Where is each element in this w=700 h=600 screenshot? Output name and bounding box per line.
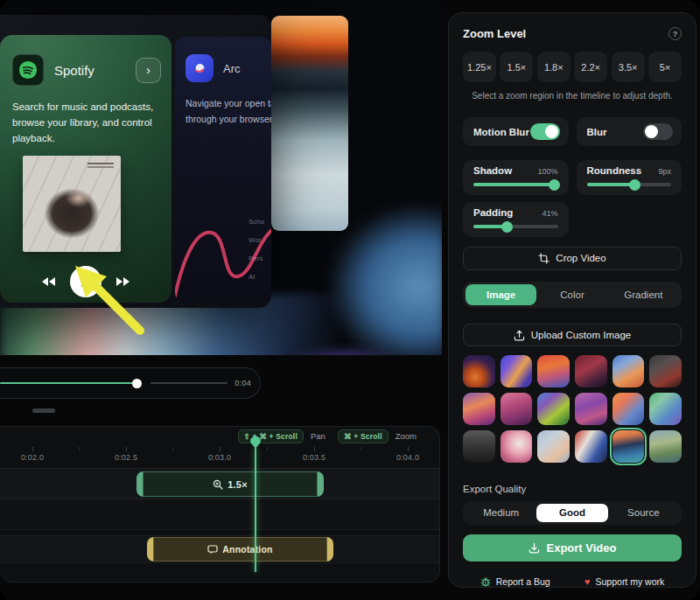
roundness-slider-card: Roundness 9px [577, 160, 682, 195]
spotify-card: Spotify › Search for music and podcasts,… [0, 35, 172, 303]
zoom-option-5x[interactable]: 5× [648, 52, 682, 82]
wallpaper-thumb-11[interactable] [612, 393, 645, 425]
video-track[interactable] [0, 499, 439, 530]
ruler-label: 0:03.0 [200, 453, 239, 462]
zoom-track[interactable]: 1.5× [0, 469, 439, 499]
zoom-segment[interactable]: 1.5× [136, 471, 324, 497]
padding-slider-card: Padding 41% [463, 202, 569, 237]
wallpaper-thumb-12[interactable] [649, 393, 682, 425]
motion-blur-card: Motion Blur [463, 117, 569, 146]
spotify-app-icon [12, 54, 44, 86]
ruler-label: 0:04.0 [388, 453, 427, 462]
annotation-arrow[interactable] [68, 264, 151, 343]
annotation-segment[interactable]: Annotation [147, 537, 333, 562]
zoom-hint-text: Select a zoom region in the timeline to … [463, 91, 682, 101]
shadow-slider-card: Shadow 100% [463, 160, 569, 195]
report-bug-link[interactable]: Report a Bug [480, 576, 550, 587]
annotation-track[interactable]: Annotation [0, 534, 439, 564]
annotation-segment-label: Annotation [222, 544, 272, 555]
shadow-slider-knob[interactable] [549, 179, 560, 191]
wallpaper-purple-glow [289, 345, 402, 355]
upload-icon [514, 330, 525, 341]
quality-source[interactable]: Source [608, 504, 679, 523]
scrubber-remaining [150, 382, 228, 384]
duration-label: 0:04 [234, 379, 251, 387]
spotify-logo-icon [18, 60, 38, 80]
roundness-slider[interactable] [587, 183, 672, 186]
wallpaper-thumb-1[interactable] [463, 355, 495, 387]
spotify-description: Search for music and podcasts, browse yo… [12, 100, 163, 146]
padding-value: 41% [542, 209, 557, 218]
help-icon[interactable]: ? [668, 27, 682, 40]
wallpaper-thumb-10[interactable] [575, 393, 607, 425]
arc-app-icon [186, 54, 214, 82]
wallpaper-thumb-9[interactable] [537, 393, 570, 425]
video-preview-canvas[interactable]: Spotify › Search for music and podcasts,… [0, 0, 442, 355]
roundness-label: Roundness [587, 165, 642, 176]
skip-back-icon [41, 276, 56, 287]
motion-blur-toggle[interactable] [530, 123, 560, 140]
wallpaper-thumb-7[interactable] [463, 393, 495, 425]
zoom-option-2-2x[interactable]: 2.2× [574, 52, 607, 82]
blur-toggle[interactable] [643, 123, 673, 140]
blur-card: Blur [577, 117, 682, 146]
roundness-slider-knob[interactable] [629, 179, 640, 191]
ruler-label: 0:02.5 [107, 453, 145, 462]
recorded-ocean-image [271, 16, 348, 231]
export-quality-segmented: Medium Good Source [463, 501, 682, 526]
heart-icon: ♥ [584, 576, 591, 587]
wallpaper-thumb-16[interactable] [575, 430, 607, 463]
zoom-option-1-8x[interactable]: 1.8× [537, 52, 570, 82]
wallpaper-thumb-2[interactable] [500, 355, 533, 387]
zoom-option-3-5x[interactable]: 3.5× [612, 52, 645, 82]
tab-gradient[interactable]: Gradient [608, 284, 679, 305]
spotify-title: Spotify [54, 63, 94, 78]
ruler-label: 0:02.0 [13, 453, 52, 462]
timeline-shortcuts: ⇧ + ⌘ + Scroll Pan ⌘ + Scroll Zoom [0, 427, 439, 445]
wallpaper-thumb-18[interactable] [649, 430, 682, 463]
padding-slider[interactable] [473, 225, 558, 228]
wallpaper-thumb-8[interactable] [500, 393, 533, 425]
support-link[interactable]: ♥ Support my work [584, 576, 664, 587]
tab-color[interactable]: Color [536, 284, 607, 305]
motion-blur-label: Motion Blur [473, 127, 529, 137]
arc-description: Navigate your open tab through your brow… [186, 96, 271, 128]
padding-label: Padding [473, 207, 513, 218]
arc-title: Arc [223, 62, 241, 75]
sidebar-list-item: AI [248, 273, 271, 281]
magnifier-plus-icon [213, 479, 223, 490]
playback-scrubber[interactable]: 0:04 [0, 367, 261, 399]
wallpaper-thumb-6[interactable] [649, 355, 682, 387]
timeline-panel: ⇧ + ⌘ + Scroll Pan ⌘ + Scroll Zoom 0:02.… [0, 426, 440, 583]
scrubber-handle[interactable] [132, 379, 142, 388]
wallpaper-thumb-13[interactable] [463, 430, 495, 463]
quality-good[interactable]: Good [536, 504, 607, 523]
padding-slider-knob[interactable] [501, 221, 513, 233]
scrubber-track[interactable] [0, 382, 228, 384]
wallpaper-thumb-17[interactable] [612, 430, 645, 463]
bug-icon [480, 576, 491, 587]
wallpaper-thumb-14[interactable] [500, 430, 533, 463]
wallpaper-thumb-3[interactable] [537, 355, 570, 387]
chevron-right-icon: › [136, 58, 161, 83]
wallpaper-thumb-5[interactable] [612, 355, 645, 387]
crop-video-button[interactable]: Crop Video [463, 247, 682, 270]
panel-resize-handle[interactable] [32, 408, 55, 413]
app-window: Spotify › Search for music and podcasts,… [0, 0, 700, 600]
sidebar-list-item: Scho [248, 218, 271, 226]
shadow-value: 100% [537, 167, 557, 176]
background-type-tabs: Image Color Gradient [463, 282, 682, 308]
timeline-ruler[interactable]: 0:02.0 0:02.5 0:03.0 0:03.5 0:04.0 [0, 445, 439, 469]
playhead[interactable] [255, 447, 256, 572]
tab-image[interactable]: Image [466, 284, 536, 305]
sidebar-list-item: Pers [248, 255, 271, 262]
export-video-button[interactable]: Export Video [463, 534, 682, 562]
wallpaper-thumb-4[interactable] [575, 355, 607, 387]
zoom-option-1-5x[interactable]: 1.5× [500, 52, 533, 82]
zoom-option-1-25x[interactable]: 1.25× [463, 52, 496, 82]
zoom-shortcut-badge: ⌘ + Scroll [338, 429, 388, 443]
wallpaper-thumb-15[interactable] [537, 430, 570, 463]
upload-custom-image-button[interactable]: Upload Custom Image [463, 324, 682, 347]
shadow-slider[interactable] [473, 183, 558, 186]
quality-medium[interactable]: Medium [466, 504, 536, 523]
